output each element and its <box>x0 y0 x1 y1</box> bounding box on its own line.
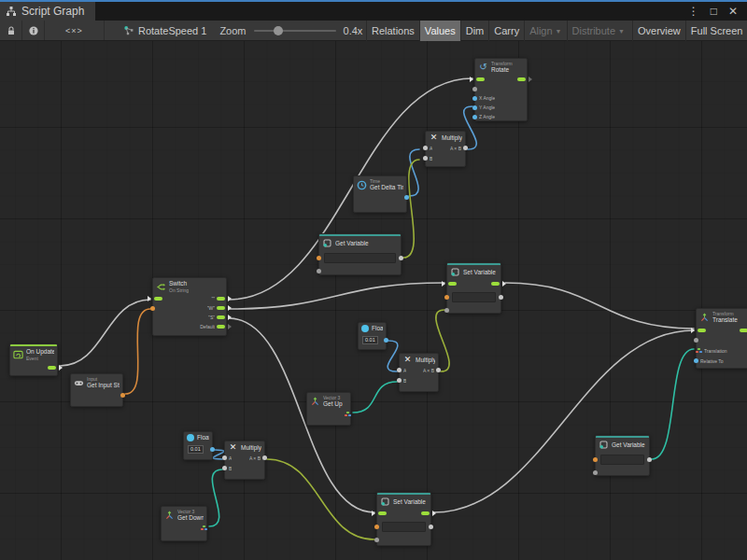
value-input[interactable]: 0.01 <box>188 445 204 454</box>
port-flow-out[interactable]: "" <box>211 296 224 301</box>
port-flow-out[interactable] <box>48 365 55 371</box>
wire-connection[interactable] <box>209 469 222 526</box>
port-flow-out[interactable] <box>421 511 429 516</box>
variable-name-dropdown[interactable] <box>382 522 426 532</box>
port-flow-in[interactable] <box>449 281 457 287</box>
port-blue-in[interactable]: Relative To <box>698 358 724 364</box>
code-view-button[interactable]: <×> <box>45 21 105 40</box>
node-set-variable-2[interactable]: Set Variable <box>376 492 431 546</box>
port-white-in[interactable]: A <box>227 455 232 461</box>
wire-connection[interactable] <box>409 149 419 196</box>
wire-connection[interactable] <box>229 283 444 309</box>
zoom-label: Zoom <box>219 25 246 36</box>
port-vector3-in[interactable]: Translation <box>698 348 727 354</box>
node-get-variable-2[interactable]: Get Variable <box>595 435 650 476</box>
node-get-delta-time[interactable]: TimeGet Delta Time <box>353 175 407 213</box>
port-flow-out[interactable] <box>517 77 525 82</box>
variable-name-dropdown[interactable] <box>324 253 396 263</box>
multiply-icon: ✕ <box>429 133 439 142</box>
node-switch-on-string[interactable]: SwitchOn String"""W""S"Default <box>152 277 227 336</box>
zoom-slider[interactable] <box>254 30 336 32</box>
chevron-down-icon: ▼ <box>618 28 625 35</box>
wire-connection[interactable] <box>229 318 374 512</box>
port-flow-in[interactable] <box>477 77 485 82</box>
float-icon <box>361 325 369 332</box>
lock-button[interactable] <box>0 21 22 40</box>
wire-connection[interactable] <box>125 309 150 394</box>
port-white-in[interactable]: A <box>428 146 432 151</box>
port-white-out[interactable]: A × B <box>249 455 262 461</box>
wire-connection[interactable] <box>652 349 694 459</box>
port-blue-in[interactable]: Z Angle <box>477 114 495 119</box>
node-titles: On UpdateEvent <box>26 348 54 361</box>
info-button[interactable] <box>22 21 45 40</box>
value-input[interactable]: 0.01 <box>362 336 378 344</box>
close-button[interactable]: ✕ <box>728 5 738 18</box>
port-blue-in[interactable]: Y Angle <box>477 105 495 110</box>
node-get-variable-1[interactable]: Get Variable <box>318 233 402 275</box>
node-multiply-2[interactable]: ✕MultiplyAA × BB <box>399 353 439 392</box>
port-dot <box>694 358 698 363</box>
toolbar-button-values[interactable]: Values <box>419 21 460 41</box>
toolbar-button-overview[interactable]: Overview <box>632 21 685 41</box>
port-blue-in[interactable]: X Angle <box>477 95 495 101</box>
node-multiply-3[interactable]: ✕MultiplyAA × BB <box>224 441 265 480</box>
wire-connection[interactable] <box>353 382 397 413</box>
port-vector3-out[interactable] <box>345 412 348 417</box>
node-get-input-string[interactable]: InputGet Input String <box>70 373 123 407</box>
port-flow-out[interactable]: Default <box>200 324 224 329</box>
graph-reference-breadcrumb[interactable]: RotateSpeed 1 <box>123 21 206 40</box>
flow-port-bar <box>48 366 56 370</box>
node-on-update[interactable]: On UpdateEvent <box>9 343 58 376</box>
port-white-in[interactable]: B <box>227 466 232 471</box>
node-float-2[interactable]: Float0.01 <box>183 431 213 460</box>
variable-name-dropdown[interactable] <box>452 292 496 302</box>
wire-connection[interactable] <box>433 330 694 512</box>
wire-connection[interactable] <box>60 300 150 366</box>
node-port-row: "W" <box>153 303 226 313</box>
port-flow-in[interactable] <box>698 328 706 333</box>
multiply-icon: ✕ <box>228 443 238 452</box>
node-port-row: Translation <box>697 345 747 356</box>
port-white-out[interactable]: A × B <box>450 146 463 151</box>
port-label: A <box>229 455 232 461</box>
switch-icon <box>156 282 166 292</box>
port-white-out[interactable]: A × B <box>423 368 436 373</box>
wire-connection[interactable] <box>388 341 398 371</box>
graph-canvas[interactable]: On UpdateEventInputGet Input StringSwitc… <box>0 41 747 560</box>
node-get-up[interactable]: Vector 3Get Up <box>306 392 351 426</box>
port-flow-out[interactable]: "W" <box>207 305 224 311</box>
toolbar-button-carry[interactable]: Carry <box>488 21 524 41</box>
node-titles: Set Variable <box>393 498 426 506</box>
node-multiply-1[interactable]: ✕MultiplyAA × BB <box>425 131 466 167</box>
node-set-variable-1[interactable]: Set Variable <box>446 262 501 314</box>
on-update-icon <box>13 350 23 360</box>
port-white-in[interactable]: B <box>402 378 406 384</box>
port-flow-out[interactable] <box>740 328 747 333</box>
port-flow-out[interactable]: "S" <box>208 315 224 320</box>
node-get-down[interactable]: Vector 3Get Down <box>161 506 207 541</box>
toolbar-button-align[interactable]: Align▼ <box>524 21 566 41</box>
port-flow-out[interactable] <box>491 281 499 287</box>
toolbar-button-dim[interactable]: Dim <box>460 21 489 41</box>
toolbar-button-relations[interactable]: Relations <box>366 21 419 41</box>
port-white-in[interactable]: B <box>428 156 432 161</box>
toolbar-button-full-screen[interactable]: Full Screen <box>685 21 747 41</box>
port-white-in[interactable]: A <box>402 368 406 373</box>
wire-connection[interactable] <box>267 459 374 539</box>
node-translate[interactable]: TransformTranslateTranslationRelative To <box>696 308 747 369</box>
node-float-1[interactable]: Float0.01 <box>358 322 387 350</box>
node-rotate[interactable]: ↺TransformRotateX AngleY AngleZ Angle <box>474 58 528 121</box>
node-port-row: B <box>400 375 438 385</box>
maximize-button[interactable]: □ <box>711 5 717 18</box>
variable-name-dropdown[interactable] <box>600 455 644 465</box>
wire-connection[interactable] <box>505 283 694 329</box>
toolbar-button-distribute[interactable]: Distribute▼ <box>567 21 629 41</box>
zoom-slider-handle[interactable] <box>274 26 283 35</box>
rotate-icon: ↺ <box>478 63 488 72</box>
tab-script-graph[interactable]: Script Graph <box>0 2 95 21</box>
more-menu-button[interactable]: ⋮ <box>688 5 699 18</box>
port-flow-in[interactable] <box>379 511 387 516</box>
port-vector3-out[interactable] <box>201 525 204 531</box>
port-flow-in[interactable] <box>155 296 162 301</box>
